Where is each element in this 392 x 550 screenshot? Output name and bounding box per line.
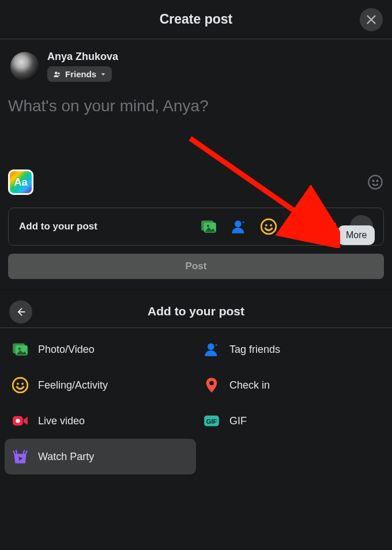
option-feeling-activity[interactable]: Feeling/Activity <box>5 367 196 403</box>
post-composer[interactable]: What's on your mind, Anya? <box>0 89 392 169</box>
option-label: Tag friends <box>229 344 280 356</box>
svg-point-4 <box>376 180 378 182</box>
svg-point-3 <box>372 180 374 182</box>
svg-point-27 <box>16 419 20 423</box>
watch-party-icon <box>12 448 29 465</box>
option-live-video[interactable]: Live video <box>5 403 196 439</box>
post-button-label: Post <box>186 261 207 272</box>
photo-icon <box>12 341 29 358</box>
feeling-icon <box>12 376 29 394</box>
more-tooltip: More <box>338 225 375 245</box>
option-watch-party[interactable]: Watch Party <box>5 439 196 474</box>
add-to-post-bar: Add to your post <box>8 208 384 246</box>
photo-video-button[interactable] <box>200 218 217 235</box>
svg-point-8 <box>235 221 242 228</box>
dialog-header: Create post <box>0 0 392 39</box>
svg-point-24 <box>21 383 24 385</box>
svg-point-20 <box>18 348 21 350</box>
audience-label: Friends <box>65 69 96 79</box>
close-button[interactable] <box>360 8 383 31</box>
audience-selector[interactable]: Friends <box>47 66 112 82</box>
back-button[interactable] <box>9 300 32 323</box>
user-name: Anya Zhukova <box>47 51 118 63</box>
aa-icon: Aa <box>14 176 27 189</box>
svg-point-1 <box>58 72 60 74</box>
panel-title: Add to your post <box>148 304 244 318</box>
composer-placeholder: What's on your mind, Anya? <box>8 97 384 115</box>
svg-point-23 <box>17 383 19 385</box>
gif-icon: GIF <box>203 412 220 430</box>
background-picker-button[interactable]: Aa <box>8 169 33 195</box>
svg-text:GIF: GIF <box>206 418 217 425</box>
svg-point-2 <box>368 175 382 189</box>
option-label: Feeling/Activity <box>38 379 108 391</box>
option-photo-video[interactable]: Photo/Video <box>5 331 196 367</box>
option-checkin[interactable]: Check in <box>196 367 387 403</box>
arrow-left-icon <box>15 306 27 318</box>
live-video-icon <box>12 412 29 430</box>
tag-person-icon <box>203 341 220 358</box>
post-button[interactable]: Post <box>8 254 384 279</box>
svg-point-7 <box>207 225 209 227</box>
smiley-icon <box>367 174 383 190</box>
dialog-title: Create post <box>160 12 233 27</box>
option-label: GIF <box>229 415 247 427</box>
location-pin-icon <box>203 376 220 394</box>
svg-point-21 <box>208 344 214 351</box>
checkin-button[interactable] <box>290 218 307 235</box>
tag-person-icon <box>231 219 247 235</box>
svg-point-9 <box>261 219 276 234</box>
svg-point-25 <box>209 381 213 385</box>
friends-icon <box>53 70 61 78</box>
option-label: Check in <box>229 379 270 391</box>
location-pin-icon <box>291 219 307 235</box>
option-label: Photo/Video <box>38 344 95 356</box>
svg-point-10 <box>265 224 267 227</box>
add-to-post-label: Add to your post <box>19 221 97 232</box>
svg-point-12 <box>296 223 300 227</box>
options-grid: Photo/Video Tag friends Feeling/Activity… <box>0 328 392 478</box>
photo-icon <box>201 219 217 235</box>
close-icon <box>365 13 378 26</box>
user-row: Anya Zhukova Friends <box>0 39 392 89</box>
feeling-icon <box>261 219 277 235</box>
svg-point-11 <box>270 224 272 227</box>
option-tag-friends[interactable]: Tag friends <box>196 331 387 367</box>
emoji-picker-button[interactable] <box>367 174 384 191</box>
option-gif[interactable]: GIF GIF <box>196 403 387 439</box>
svg-point-22 <box>13 378 28 393</box>
caret-down-icon <box>100 71 106 77</box>
live-video-icon <box>321 219 337 235</box>
option-label: Watch Party <box>38 451 94 463</box>
option-label: Live video <box>38 415 85 427</box>
svg-point-14 <box>324 225 328 229</box>
feeling-button[interactable] <box>260 218 277 235</box>
avatar[interactable] <box>10 52 39 81</box>
svg-point-0 <box>55 71 58 74</box>
add-to-post-panel: Add to your post Photo/Video Tag friends… <box>0 289 392 473</box>
live-video-button[interactable] <box>320 218 337 235</box>
panel-header: Add to your post <box>0 295 392 328</box>
tag-friends-button[interactable] <box>230 218 247 235</box>
